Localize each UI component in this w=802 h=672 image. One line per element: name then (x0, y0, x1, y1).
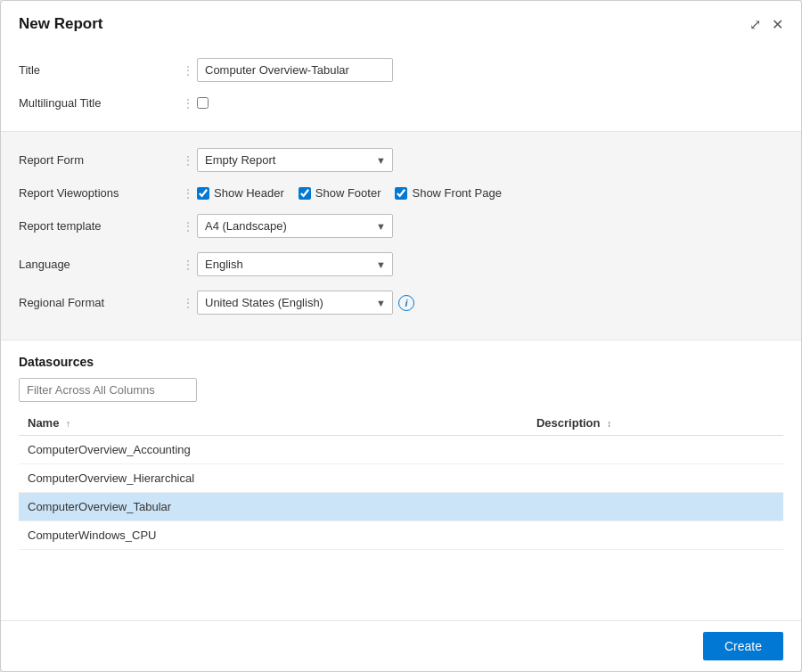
title-field-row: Title ⋮ (19, 51, 783, 89)
show-footer-label[interactable]: Show Footer (315, 186, 381, 200)
report-template-label: Report template (19, 219, 179, 233)
template-drag: ⋮ (179, 220, 197, 233)
report-template-select-wrap: A4 (Landscape) A4 (Portrait) Letter (Lan… (197, 214, 393, 238)
multilingual-title-label: Multilingual Title (19, 96, 179, 110)
description-sort-icon[interactable]: ↕ (607, 419, 611, 429)
table-header: Name ↑ Description ↕ (19, 411, 783, 436)
regional-drag: ⋮ (179, 297, 197, 309)
new-report-dialog: New Report ⤢ ✕ Title ⋮ Multilingual Titl… (0, 0, 802, 672)
dialog-title: New Report (19, 15, 102, 33)
datasources-table: Name ↑ Description ↕ ComputerOverview_Ac… (19, 411, 783, 550)
col-name: Name ↑ (19, 411, 528, 436)
show-front-page-label[interactable]: Show Front Page (412, 186, 501, 200)
row-name: ComputerWindows_CPU (19, 521, 528, 550)
row-name: ComputerOverview_Hierarchical (19, 464, 528, 493)
multilingual-title-checkbox[interactable] (197, 97, 209, 109)
close-icon[interactable]: ✕ (772, 16, 783, 33)
report-viewoptions-row: Report Viewoptions ⋮ Show Header Show Fo… (19, 179, 783, 207)
regional-format-select-wrap: United States (English) United Kingdom (… (197, 291, 393, 315)
show-header-checkbox[interactable] (197, 187, 209, 200)
regional-info-icon[interactable]: i (398, 295, 414, 311)
row-description (528, 521, 783, 550)
report-form-row: Report Form ⋮ Empty Report Standard Repo… (19, 141, 783, 179)
title-input[interactable] (197, 58, 393, 82)
report-form-label: Report Form (19, 153, 179, 167)
show-header-label[interactable]: Show Header (214, 186, 284, 200)
report-form-select-wrap: Empty Report Standard Report Custom Repo… (197, 148, 393, 172)
show-front-page-item: Show Front Page (395, 186, 501, 200)
datasources-section: Datasources Name ↑ Description ↕ Comput (1, 340, 801, 620)
row-description (528, 436, 783, 464)
viewoptions-drag: ⋮ (179, 187, 197, 200)
top-section: Title ⋮ Multilingual Title ⋮ (1, 44, 801, 131)
report-template-select[interactable]: A4 (Landscape) A4 (Portrait) Letter (Lan… (197, 214, 393, 238)
row-description (528, 464, 783, 493)
regional-format-select[interactable]: United States (English) United Kingdom (… (197, 291, 393, 315)
table-row[interactable]: ComputerWindows_CPU (19, 521, 783, 550)
show-header-item: Show Header (197, 186, 284, 200)
report-template-row: Report template ⋮ A4 (Landscape) A4 (Por… (19, 207, 783, 245)
language-label: Language (19, 258, 179, 271)
table-row-selected[interactable]: ComputerOverview_Tabular (19, 493, 783, 521)
report-form-select[interactable]: Empty Report Standard Report Custom Repo… (197, 148, 393, 172)
multilingual-drag-handle: ⋮ (179, 97, 197, 110)
dialog-footer: Create (1, 620, 801, 671)
name-sort-icon[interactable]: ↑ (66, 419, 70, 429)
multilingual-title-row: Multilingual Title ⋮ (19, 89, 783, 117)
filter-input[interactable] (19, 378, 197, 402)
table-header-row: Name ↑ Description ↕ (19, 411, 783, 436)
language-drag: ⋮ (179, 258, 197, 271)
row-name: ComputerOverview_Tabular (19, 493, 528, 521)
report-viewoptions-label: Report Viewoptions (19, 186, 179, 200)
row-description (528, 493, 783, 521)
col-description: Description ↕ (528, 411, 783, 436)
expand-icon[interactable]: ⤢ (749, 16, 761, 33)
regional-format-label: Regional Format (19, 296, 179, 309)
row-name: ComputerOverview_Accounting (19, 436, 528, 464)
report-form-drag: ⋮ (179, 154, 197, 167)
title-drag-handle: ⋮ (179, 64, 197, 77)
gray-section: Report Form ⋮ Empty Report Standard Repo… (1, 131, 801, 340)
language-row: Language ⋮ English German French Spanish… (19, 245, 783, 283)
show-front-page-checkbox[interactable] (395, 187, 407, 200)
show-footer-checkbox[interactable] (299, 187, 311, 200)
language-select[interactable]: English German French Spanish (197, 252, 393, 276)
table-row[interactable]: ComputerOverview_Accounting (19, 436, 783, 464)
dialog-controls: ⤢ ✕ (749, 16, 783, 33)
datasources-title: Datasources (19, 355, 783, 369)
title-label: Title (19, 63, 179, 77)
create-button[interactable]: Create (703, 632, 783, 660)
table-body: ComputerOverview_Accounting ComputerOver… (19, 436, 783, 550)
show-footer-item: Show Footer (299, 186, 381, 200)
table-row[interactable]: ComputerOverview_Hierarchical (19, 464, 783, 493)
language-select-wrap: English German French Spanish ▼ (197, 252, 393, 276)
dialog-header: New Report ⤢ ✕ (1, 1, 801, 44)
viewoptions-group: Show Header Show Footer Show Front Page (197, 186, 502, 200)
regional-format-row: Regional Format ⋮ United States (English… (19, 283, 783, 322)
